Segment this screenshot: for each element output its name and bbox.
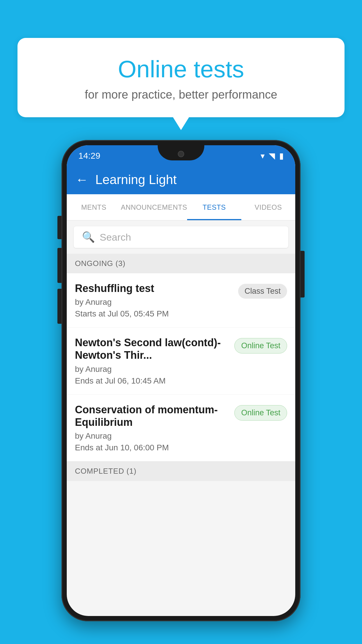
signal-icon: ◥ xyxy=(269,151,275,161)
phone-button-power xyxy=(301,251,305,298)
phone-button-volume-up xyxy=(57,248,61,283)
status-icons: ▾ ◥ ▮ xyxy=(261,150,284,161)
ongoing-label: ONGOING (3) xyxy=(75,259,125,268)
phone-notch xyxy=(158,145,204,160)
speech-bubble: Online tests for more practice, better p… xyxy=(17,38,345,117)
test-author-3: by Anurag xyxy=(75,431,229,441)
test-item-2[interactable]: Newton's Second law(contd)-Newton's Thir… xyxy=(67,328,295,394)
test-info-3: Conservation of momentum-Equilibrium by … xyxy=(75,403,229,452)
test-time-2: Ends at Jul 06, 10:45 AM xyxy=(75,376,229,386)
status-time: 14:29 xyxy=(78,150,100,161)
camera-dot xyxy=(178,151,184,157)
test-info-2: Newton's Second law(contd)-Newton's Thir… xyxy=(75,336,229,385)
tab-announcements[interactable]: ANNOUNCEMENTS xyxy=(121,194,187,220)
phone-mockup: 14:29 ▾ ◥ ▮ ← Learning Light MENTS ANNOU… xyxy=(61,140,301,621)
tab-tests[interactable]: TESTS xyxy=(187,194,241,220)
test-author-2: by Anurag xyxy=(75,365,229,374)
test-time-1: Starts at Jul 05, 05:45 PM xyxy=(75,309,232,318)
completed-section-header: COMPLETED (1) xyxy=(67,461,295,481)
search-bar[interactable]: 🔍 Search xyxy=(74,226,288,248)
test-badge-3: Online Test xyxy=(234,405,287,421)
test-time-3: Ends at Jun 10, 06:00 PM xyxy=(75,443,229,452)
search-input[interactable]: Search xyxy=(100,232,131,243)
tests-list: Reshuffling test by Anurag Starts at Jul… xyxy=(67,273,295,461)
search-bar-container: 🔍 Search xyxy=(67,220,295,254)
phone-screen: 14:29 ▾ ◥ ▮ ← Learning Light MENTS ANNOU… xyxy=(67,145,295,616)
wifi-icon: ▾ xyxy=(261,151,265,161)
test-item-3[interactable]: Conservation of momentum-Equilibrium by … xyxy=(67,395,295,461)
tab-ments[interactable]: MENTS xyxy=(67,194,121,220)
phone-button-volume-silent xyxy=(57,216,61,239)
app-bar-title: Learning Light xyxy=(95,172,177,187)
test-title-3: Conservation of momentum-Equilibrium xyxy=(75,403,229,428)
promo-subtitle: for more practice, better performance xyxy=(41,88,321,101)
promo-title: Online tests xyxy=(41,55,321,83)
test-info-1: Reshuffling test by Anurag Starts at Jul… xyxy=(75,282,232,318)
test-author-1: by Anurag xyxy=(75,298,232,307)
test-title-2: Newton's Second law(contd)-Newton's Thir… xyxy=(75,336,229,361)
search-icon: 🔍 xyxy=(82,231,95,243)
phone-outer: 14:29 ▾ ◥ ▮ ← Learning Light MENTS ANNOU… xyxy=(61,140,301,621)
test-title-1: Reshuffling test xyxy=(75,282,232,295)
tab-bar: MENTS ANNOUNCEMENTS TESTS VIDEOS xyxy=(67,194,295,220)
test-badge-1: Class Test xyxy=(238,284,287,299)
test-item-1[interactable]: Reshuffling test by Anurag Starts at Jul… xyxy=(67,273,295,328)
battery-icon: ▮ xyxy=(279,151,284,161)
test-badge-2: Online Test xyxy=(234,338,287,354)
ongoing-section-header: ONGOING (3) xyxy=(67,254,295,273)
app-bar: ← Learning Light xyxy=(67,165,295,194)
back-button[interactable]: ← xyxy=(75,172,88,187)
completed-label: COMPLETED (1) xyxy=(75,467,136,475)
promo-section: Online tests for more practice, better p… xyxy=(17,38,345,117)
tab-videos[interactable]: VIDEOS xyxy=(241,194,295,220)
phone-button-volume-down xyxy=(57,289,61,324)
